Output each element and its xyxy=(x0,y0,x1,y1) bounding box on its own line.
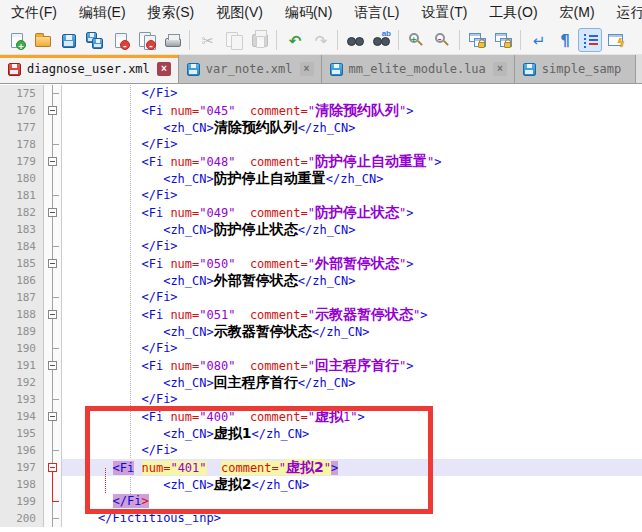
fold-margin[interactable] xyxy=(44,340,62,357)
code-text[interactable]: </Fi> xyxy=(62,238,642,255)
close-all-icon[interactable]: - xyxy=(134,28,158,52)
fold-margin[interactable] xyxy=(44,187,62,204)
code-line[interactable]: 198 <zh_CN>虚拟2</zh_CN> xyxy=(0,476,642,493)
tab-simple_samp[interactable]: simple_samp xyxy=(515,55,636,83)
code-line[interactable]: 180 <zh_CN>防护停止自动重置</zh_CN> xyxy=(0,170,642,187)
find-icon[interactable] xyxy=(343,28,367,52)
code-text[interactable]: </Fictitious_inp> xyxy=(62,510,642,527)
code-line[interactable]: 193 </Fi> xyxy=(0,391,642,408)
tab-close-icon[interactable]: × xyxy=(300,62,314,76)
fold-margin[interactable] xyxy=(44,510,62,527)
menu-item[interactable]: 语言(L) xyxy=(343,0,410,26)
fold-collapse-icon[interactable] xyxy=(48,208,57,217)
code-line[interactable]: 192 <zh_CN>回主程序首行</zh_CN> xyxy=(0,374,642,391)
code-line[interactable]: 182 <Fi num="049" comment="防护停止状态"> xyxy=(0,204,642,221)
code-text[interactable]: </Fi> xyxy=(62,442,642,459)
code-line[interactable]: 197 <Fi num="401" comment="虚拟2"> xyxy=(0,459,642,476)
function-list-icon[interactable]: ϟ xyxy=(604,28,628,52)
show-all-chars-icon[interactable]: ¶ xyxy=(552,28,576,52)
fold-margin[interactable] xyxy=(44,119,62,136)
code-line[interactable]: 188 <Fi num="051" comment="示教器暂停状态"> xyxy=(0,306,642,323)
fold-collapse-icon[interactable] xyxy=(48,157,57,166)
tab-diagnose_user.xml[interactable]: diagnose_user.xml× xyxy=(0,55,179,83)
code-text[interactable]: </Fi> xyxy=(62,85,642,102)
print-icon[interactable] xyxy=(160,28,184,52)
code-text[interactable]: </Fi> xyxy=(62,340,642,357)
code-text[interactable]: <Fi num="051" comment="示教器暂停状态"> xyxy=(62,306,642,323)
code-line[interactable]: 177 <zh_CN>清除预约队列</zh_CN> xyxy=(0,119,642,136)
code-line[interactable]: 200 </Fictitious_inp> xyxy=(0,510,642,527)
code-line[interactable]: 199 </Fi> xyxy=(0,493,642,510)
code-line[interactable]: 190 </Fi> xyxy=(0,340,642,357)
code-text[interactable]: <zh_CN>外部暂停状态</zh_CN> xyxy=(62,272,642,289)
sync-vertical-scroll-icon[interactable] xyxy=(465,28,489,52)
fold-margin[interactable] xyxy=(44,357,62,374)
fold-margin[interactable] xyxy=(44,136,62,153)
new-file-icon[interactable]: + xyxy=(4,28,28,52)
menu-item[interactable]: 搜索(S) xyxy=(137,0,206,26)
code-text[interactable]: <Fi num="049" comment="防护停止状态"> xyxy=(62,204,642,221)
cut-icon[interactable]: ✂ xyxy=(195,28,219,52)
code-text[interactable]: <Fi num="401" comment="虚拟2"> xyxy=(62,459,642,476)
undo-icon[interactable]: ↶ xyxy=(282,28,306,52)
code-line[interactable]: 194 <Fi num="400" comment="虚拟1"> xyxy=(0,408,642,425)
tab-close-icon[interactable]: × xyxy=(493,62,507,76)
code-line[interactable]: 183 <zh_CN>防护停止状态</zh_CN> xyxy=(0,221,642,238)
code-text[interactable]: <zh_CN>防护停止状态</zh_CN> xyxy=(62,221,642,238)
code-line[interactable]: 184 </Fi> xyxy=(0,238,642,255)
code-text[interactable]: <zh_CN>清除预约队列</zh_CN> xyxy=(62,119,642,136)
fold-margin[interactable] xyxy=(44,493,62,510)
open-file-icon[interactable] xyxy=(30,28,54,52)
fold-margin[interactable] xyxy=(44,425,62,442)
code-text[interactable]: </Fi> xyxy=(62,289,642,306)
code-text[interactable]: </Fi> xyxy=(62,493,642,510)
code-line[interactable]: 181 </Fi> xyxy=(0,187,642,204)
fold-margin[interactable] xyxy=(44,170,62,187)
code-text[interactable]: </Fi> xyxy=(62,187,642,204)
zoom-in-icon[interactable]: + xyxy=(404,28,428,52)
sync-horizontal-scroll-icon[interactable] xyxy=(491,28,515,52)
code-line[interactable]: 191 <Fi num="080" comment="回主程序首行"> xyxy=(0,357,642,374)
redo-icon[interactable]: ↷ xyxy=(308,28,332,52)
code-text[interactable]: </Fi> xyxy=(62,136,642,153)
menu-item[interactable]: 视图(V) xyxy=(205,0,274,26)
tab-close-icon[interactable]: × xyxy=(157,62,171,76)
code-text[interactable]: <zh_CN>示教器暂停状态</zh_CN> xyxy=(62,323,642,340)
code-line[interactable]: 179 <Fi num="048" comment="防护停止自动重置"> xyxy=(0,153,642,170)
fold-collapse-icon[interactable] xyxy=(48,106,57,115)
code-line[interactable]: 176 <Fi num="045" comment="清除预约队列"> xyxy=(0,102,642,119)
fold-margin[interactable] xyxy=(44,391,62,408)
menu-item[interactable]: 设置(T) xyxy=(410,0,478,26)
code-line[interactable]: 186 <zh_CN>外部暂停状态</zh_CN> xyxy=(0,272,642,289)
menu-item[interactable]: 编辑(E) xyxy=(68,0,137,26)
fold-margin[interactable] xyxy=(44,153,62,170)
fold-margin[interactable] xyxy=(44,459,62,476)
fold-margin[interactable] xyxy=(44,442,62,459)
save-icon[interactable] xyxy=(56,28,80,52)
code-text[interactable]: </Fi> xyxy=(62,391,642,408)
tab-mm_elite_module.lua[interactable]: mm_elite_module.lua× xyxy=(322,55,515,83)
zoom-out-icon[interactable]: - xyxy=(430,28,454,52)
fold-margin[interactable] xyxy=(44,85,62,102)
fold-margin[interactable] xyxy=(44,289,62,306)
fold-margin[interactable] xyxy=(44,306,62,323)
code-line[interactable]: 178 </Fi> xyxy=(0,136,642,153)
code-text[interactable]: <Fi num="050" comment="外部暂停状态"> xyxy=(62,255,642,272)
fold-margin[interactable] xyxy=(44,221,62,238)
word-wrap-icon[interactable]: ↵ xyxy=(526,28,550,52)
replace-icon[interactable]: ab xyxy=(369,28,393,52)
fold-collapse-icon[interactable] xyxy=(48,463,57,472)
fold-collapse-icon[interactable] xyxy=(48,259,57,268)
fold-margin[interactable] xyxy=(44,323,62,340)
menu-item[interactable]: 文件(F) xyxy=(0,0,68,26)
fold-collapse-icon[interactable] xyxy=(48,412,57,421)
code-text[interactable]: <Fi num="048" comment="防护停止自动重置"> xyxy=(62,153,642,170)
code-editor[interactable]: 175 </Fi>176 <Fi num="045" comment="清除预约… xyxy=(0,85,642,532)
code-text[interactable]: <Fi num="400" comment="虚拟1"> xyxy=(62,408,642,425)
fold-margin[interactable] xyxy=(44,476,62,493)
menu-item[interactable]: 编码(N) xyxy=(274,0,343,26)
code-text[interactable]: <Fi num="080" comment="回主程序首行"> xyxy=(62,357,642,374)
fold-margin[interactable] xyxy=(44,102,62,119)
code-line[interactable]: 195 <zh_CN>虚拟1</zh_CN> xyxy=(0,425,642,442)
code-text[interactable]: <zh_CN>虚拟2</zh_CN> xyxy=(62,476,642,493)
